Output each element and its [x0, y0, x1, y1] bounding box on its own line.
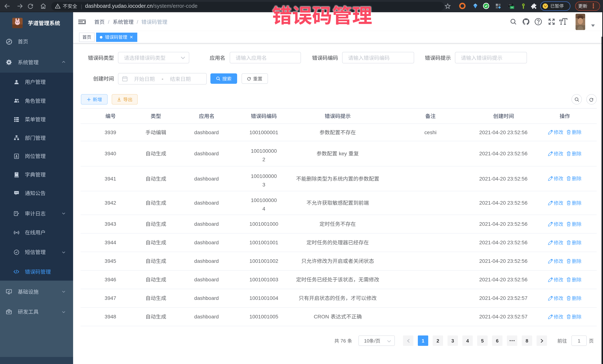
svg-text:on: on	[511, 6, 513, 9]
